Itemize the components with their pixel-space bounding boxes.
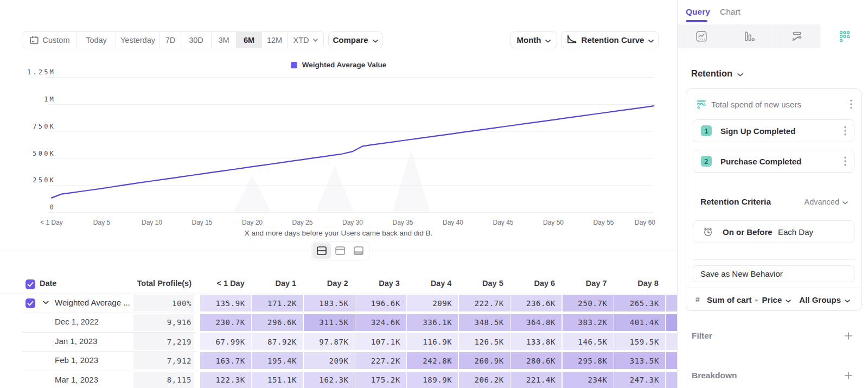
retention-value-cell[interactable]: 206.2K	[459, 372, 510, 388]
retention-value-cell[interactable]: 146.5K	[563, 333, 614, 350]
layout-toggle-chart-only-view[interactable]	[331, 243, 349, 259]
retention-value-cell[interactable]: 295.8K	[563, 352, 614, 369]
date-range-7d[interactable]: 7D	[160, 32, 181, 48]
retention-value-cell[interactable]: 67.99K	[200, 333, 251, 350]
behavior-menu-kebab-icon[interactable]	[846, 98, 857, 111]
window-interval-label[interactable]: Each Day	[778, 227, 813, 237]
retention-value-cell[interactable]: 209K	[304, 352, 355, 369]
measure-dropdown[interactable]: Sum of cart ▸ Price	[707, 295, 791, 304]
retention-value-cell[interactable]: 336.1K	[407, 314, 458, 331]
compare-button[interactable]: Compare	[328, 31, 382, 48]
retention-value-cell[interactable]: 151.1K	[252, 372, 303, 388]
retention-value-cell-clipped[interactable]	[666, 352, 677, 369]
retention-value-cell[interactable]: 135.9K	[200, 295, 251, 311]
retention-value-cell[interactable]: 260.9K	[459, 352, 510, 369]
retention-value-cell[interactable]: 107.1K	[355, 333, 406, 350]
retention-value-cell[interactable]: 230.7K	[200, 314, 251, 331]
retention-line-chart[interactable]: 0250K500K750K1M1.25M< 1 DayDay 5Day 10Da…	[0, 71, 677, 229]
retention-value-cell[interactable]: 265.3K	[614, 295, 665, 311]
retention-value-cell[interactable]: 313.5K	[614, 352, 665, 369]
retention-value-cell[interactable]: 242.8K	[407, 352, 458, 369]
retention-value-cell[interactable]: 296.6K	[252, 314, 303, 331]
chart-type-button[interactable]: Retention Curve	[561, 31, 659, 48]
retention-value-cell[interactable]: 221.4K	[510, 372, 561, 388]
report-type-tab-funnels[interactable]	[725, 24, 773, 48]
granularity-button[interactable]: Month	[510, 31, 557, 48]
retention-value-cell[interactable]: 311.5K	[304, 314, 355, 331]
report-type-tab-retention[interactable]	[821, 24, 868, 48]
date-range-xtd[interactable]: XTD	[288, 32, 323, 48]
tab-query[interactable]: Query	[686, 7, 710, 17]
report-type-tab-flows[interactable]	[773, 24, 821, 48]
split-view-icon	[317, 246, 327, 255]
retention-value-cell[interactable]: 236.6K	[510, 295, 561, 311]
retention-value-cell[interactable]: 364.8K	[510, 314, 561, 331]
retention-value-cell[interactable]: 116.9K	[407, 333, 458, 350]
retention-value-cell[interactable]: 189.9K	[407, 372, 458, 388]
add-breakdown-button[interactable]	[844, 371, 853, 380]
retention-criteria-row: Retention Criteria Advanced	[700, 197, 848, 207]
step-row-purchase[interactable]: 2 Purchase Completed	[693, 150, 854, 173]
select-all-checkbox[interactable]	[25, 279, 35, 289]
x-axis-tick-label: Day 45	[493, 219, 513, 226]
layout-toggle-split-view[interactable]	[312, 243, 331, 259]
retention-value-cell[interactable]: 280.6K	[510, 352, 561, 369]
row-label[interactable]: Weighted Average ...	[55, 298, 130, 307]
retention-value-cell[interactable]: 126.5K	[459, 333, 510, 350]
step-menu-kebab-icon[interactable]	[840, 155, 851, 168]
date-range-today[interactable]: Today	[77, 32, 116, 48]
retention-value-cell[interactable]: 234K	[563, 372, 614, 388]
retention-value-cell[interactable]: 97.87K	[304, 333, 355, 350]
date-range-label: Today	[86, 36, 107, 44]
retention-value-cell[interactable]: 401.4K	[614, 314, 665, 331]
retention-value-cell-clipped[interactable]	[666, 372, 677, 388]
retention-value-cell[interactable]: 222.7K	[459, 295, 510, 311]
date-range-label: 6M	[244, 36, 254, 44]
retention-value-cell-clipped[interactable]	[666, 295, 677, 311]
retention-value-cell[interactable]: 87.92K	[252, 333, 303, 350]
retention-value-cell[interactable]: 163.7K	[200, 352, 251, 369]
retention-value-cell[interactable]: 159.5K	[614, 333, 665, 350]
retention-value-cell[interactable]: 175.2K	[355, 372, 406, 388]
retention-value-cell[interactable]: 250.7K	[563, 295, 614, 311]
row-checkbox[interactable]	[25, 298, 35, 308]
retention-value-cell[interactable]: 247.3K	[614, 372, 665, 388]
layout-toggle-table-only-view[interactable]	[349, 243, 368, 259]
retention-value-cell[interactable]: 195.4K	[252, 352, 303, 369]
retention-value-cell[interactable]: 183.5K	[304, 295, 355, 311]
retention-value-cell[interactable]: 162.3K	[304, 372, 355, 388]
retention-value-cell[interactable]: 227.2K	[355, 352, 406, 369]
report-type-tab-insights[interactable]	[678, 24, 725, 48]
date-range-12m[interactable]: 12M	[262, 32, 288, 48]
column-header-date[interactable]: Date	[40, 279, 56, 288]
retention-window-row[interactable]: On or Before Each Day	[693, 220, 854, 243]
criteria-mode-dropdown[interactable]: Advanced	[805, 198, 848, 206]
retention-value-cell[interactable]: 324.6K	[355, 314, 406, 331]
date-range-yesterday[interactable]: Yesterday	[116, 32, 160, 48]
retention-value-cell[interactable]: 209K	[407, 295, 458, 311]
report-section-label: Retention	[691, 68, 732, 79]
window-mode-label[interactable]: On or Before	[723, 227, 773, 237]
report-section-title[interactable]: Retention	[691, 68, 743, 79]
add-filter-button[interactable]	[844, 331, 853, 341]
retention-value-cell[interactable]: 348.5K	[459, 314, 510, 331]
retention-value-cell[interactable]: 196.6K	[355, 295, 406, 311]
groups-dropdown[interactable]: All Groups	[799, 295, 850, 304]
step-menu-kebab-icon[interactable]	[840, 124, 851, 137]
save-as-new-behavior-button[interactable]: Save as New Behavior	[693, 265, 854, 282]
date-range-custom[interactable]: Custom	[22, 32, 77, 48]
date-range-3m[interactable]: 3M	[212, 32, 237, 48]
date-range-6m[interactable]: 6M	[237, 32, 262, 48]
date-range-label: 3M	[218, 36, 229, 44]
retention-value-cell[interactable]: 383.2K	[563, 314, 614, 331]
tab-chart[interactable]: Chart	[720, 7, 741, 17]
date-range-30d[interactable]: 30D	[181, 32, 212, 48]
column-header-day[interactable]: Day 8	[589, 279, 659, 288]
retention-value-cell-clipped[interactable]	[666, 333, 677, 350]
retention-value-cell[interactable]: 171.2K	[252, 295, 303, 311]
retention-value-cell[interactable]: 122.3K	[200, 372, 251, 388]
step-row-signup[interactable]: 1 Sign Up Completed	[693, 119, 854, 142]
retention-value-cell-clipped[interactable]	[666, 314, 677, 331]
retention-value-cell[interactable]: 133.8K	[510, 333, 561, 350]
row-expand-chevron-icon[interactable]	[43, 301, 49, 304]
